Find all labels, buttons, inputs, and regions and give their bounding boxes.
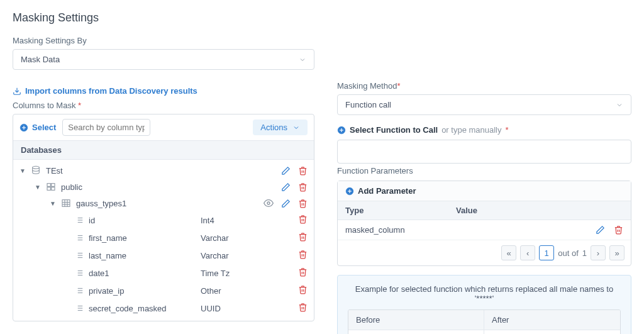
select-button-label: Select: [32, 123, 56, 132]
pager-first[interactable]: «: [501, 245, 516, 260]
column-name: id: [89, 216, 95, 225]
pager-prev[interactable]: ‹: [520, 245, 535, 260]
edit-icon[interactable]: [281, 199, 291, 208]
example-box: Example for selected function which retu…: [337, 275, 631, 334]
column-row: id Int4: [13, 211, 314, 229]
masking-method-select[interactable]: Function call: [337, 94, 631, 115]
pager-total: 1: [582, 248, 587, 258]
column-name: first_name: [89, 233, 127, 243]
settings-by-label: Masking Settings By: [13, 36, 314, 45]
tree-caret[interactable]: ▼: [35, 184, 41, 191]
columns-panel: Select Actions Databases ▼: [13, 114, 314, 321]
table-icon: [61, 198, 71, 208]
column-row: private_ip Other: [13, 282, 314, 299]
pager-current[interactable]: 1: [539, 245, 554, 260]
trash-icon[interactable]: [298, 214, 308, 224]
trash-icon[interactable]: [298, 303, 308, 312]
page-title: Masking Settings: [13, 11, 631, 25]
add-parameter-button[interactable]: Add Parameter: [338, 181, 631, 201]
column-row: first_name Varchar: [13, 229, 314, 247]
select-function-hint: or type manually: [441, 125, 501, 135]
masking-method-value: Function call: [345, 100, 391, 109]
tree-table-name[interactable]: gauss_types1: [76, 199, 126, 208]
import-link-text: Import columns from Data Discovery resul…: [25, 86, 197, 96]
tree-caret[interactable]: ▼: [19, 167, 26, 174]
database-icon: [31, 165, 41, 175]
actions-button[interactable]: Actions: [253, 120, 308, 135]
trash-icon[interactable]: [298, 182, 308, 192]
column-icon: [75, 269, 84, 277]
svg-point-4: [33, 166, 40, 169]
plus-icon[interactable]: [337, 126, 346, 135]
settings-by-value: Mask Data: [21, 55, 60, 64]
column-icon: [75, 233, 84, 242]
column-type: Other: [201, 286, 289, 296]
trash-icon[interactable]: [298, 267, 308, 277]
trash-icon[interactable]: [614, 225, 623, 235]
param-row: masked_column: [338, 220, 631, 240]
column-row: date1 Time Tz: [13, 264, 314, 282]
param-th-value: Value: [456, 206, 567, 215]
columns-to-mask-label: Columns to Mask: [13, 101, 314, 110]
svg-rect-7: [47, 187, 50, 191]
example-before-header: Before: [348, 310, 484, 330]
trash-icon[interactable]: [298, 166, 308, 175]
add-parameter-label: Add Parameter: [358, 186, 416, 196]
column-type: UUID: [201, 304, 289, 313]
function-input[interactable]: [337, 140, 631, 164]
column-icon: [75, 216, 84, 225]
column-name: private_ip: [89, 286, 124, 296]
param-type-value: masked_column: [345, 225, 456, 235]
pager-last[interactable]: »: [609, 245, 625, 260]
example-title: Example for selected function which retu…: [348, 284, 621, 303]
select-button[interactable]: Select: [19, 123, 56, 132]
param-th-type: Type: [345, 206, 456, 215]
column-type: Time Tz: [201, 269, 289, 278]
column-icon: [75, 304, 84, 313]
example-after-value: ****: [484, 330, 620, 334]
trash-icon[interactable]: [298, 250, 308, 259]
download-icon: [13, 87, 21, 96]
column-type: Varchar: [201, 251, 289, 260]
masking-method-label: Masking Method*: [337, 81, 631, 91]
pager-next[interactable]: ›: [591, 245, 606, 260]
chevron-down-icon: [292, 124, 300, 131]
parameters-panel: Add Parameter Type Value masked_column «…: [337, 181, 631, 266]
column-icon: [75, 251, 84, 260]
tree-caret[interactable]: ▼: [50, 200, 56, 207]
chevron-down-icon: [616, 101, 623, 109]
svg-rect-6: [52, 184, 55, 187]
example-before-value: Oliver Johnson: [348, 330, 484, 334]
pager-out-of: out of: [558, 248, 579, 258]
edit-icon[interactable]: [596, 225, 605, 235]
select-function-label[interactable]: Select Function to Call: [350, 125, 438, 135]
trash-icon[interactable]: [298, 232, 308, 242]
column-name: date1: [89, 269, 109, 278]
trash-icon[interactable]: [298, 199, 308, 208]
function-parameters-label: Function Parameters: [337, 166, 631, 175]
tree-schema-name[interactable]: public: [61, 182, 82, 192]
column-row: secret_code_masked UUID: [13, 299, 314, 317]
tree-db-name[interactable]: TEst: [46, 166, 63, 175]
import-columns-link[interactable]: Import columns from Data Discovery resul…: [13, 86, 314, 96]
chevron-down-icon: [299, 56, 306, 64]
column-row: last_name Varchar: [13, 247, 314, 264]
search-input[interactable]: [62, 119, 150, 136]
svg-point-14: [267, 202, 270, 204]
eye-icon[interactable]: [264, 198, 274, 208]
column-type: Varchar: [201, 233, 289, 243]
actions-label: Actions: [260, 123, 287, 132]
edit-icon[interactable]: [281, 182, 291, 192]
schema-icon: [46, 182, 56, 192]
databases-header: Databases: [13, 141, 314, 160]
edit-icon[interactable]: [281, 166, 291, 175]
column-icon: [75, 286, 84, 295]
column-type: Int4: [201, 216, 289, 225]
svg-rect-5: [47, 184, 50, 187]
plus-icon: [19, 123, 28, 132]
settings-by-select[interactable]: Mask Data: [13, 49, 314, 70]
trash-icon[interactable]: [298, 285, 308, 294]
plus-icon: [345, 187, 354, 196]
column-name: last_name: [89, 251, 126, 260]
example-after-header: After: [484, 310, 620, 330]
